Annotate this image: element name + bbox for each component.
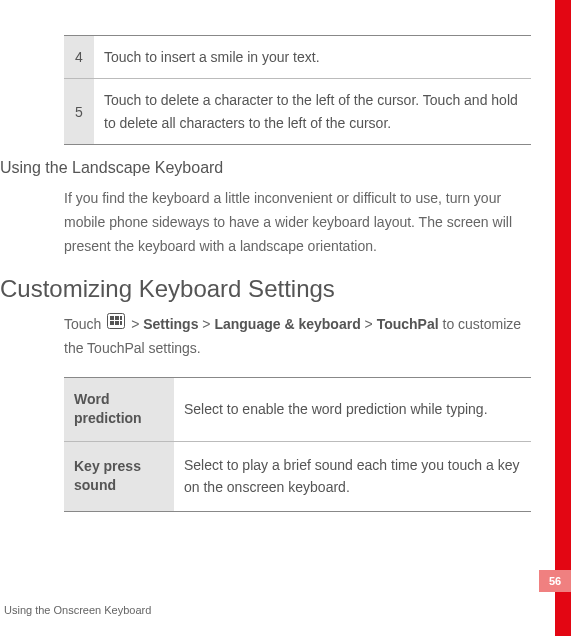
sep-3: > (361, 316, 377, 332)
path-settings: Settings (143, 316, 198, 332)
svg-rect-4 (110, 321, 114, 325)
table-row: 5 Touch to delete a character to the lef… (64, 79, 531, 145)
numbered-table: 4 Touch to insert a smile in your text. … (64, 35, 531, 145)
row-number: 4 (64, 36, 94, 79)
table-row: 4 Touch to insert a smile in your text. (64, 36, 531, 79)
para-touchpath: Touch > Settings > Language & keyboard >… (64, 313, 531, 361)
path-language: Language & keyboard (214, 316, 360, 332)
svg-rect-2 (115, 316, 119, 320)
footer-text: Using the Onscreen Keyboard (4, 604, 151, 616)
path-touchpal: TouchPal (377, 316, 439, 332)
table-row: Word prediction Select to enable the wor… (64, 377, 531, 441)
settings-table: Word prediction Select to enable the wor… (64, 377, 531, 512)
sep-2: > (198, 316, 214, 332)
svg-rect-6 (120, 321, 122, 325)
home-icon (107, 313, 125, 337)
page-sidebar (555, 0, 571, 636)
page-number: 56 (539, 570, 571, 592)
svg-rect-1 (110, 316, 114, 320)
svg-rect-3 (120, 316, 122, 320)
setting-label: Word prediction (64, 377, 174, 441)
touch-prefix: Touch (64, 316, 105, 332)
page-content: 4 Touch to insert a smile in your text. … (0, 0, 571, 512)
setting-desc: Select to play a brief sound each time y… (174, 441, 531, 511)
row-text: Touch to insert a smile in your text. (94, 36, 531, 79)
row-number: 5 (64, 79, 94, 145)
setting-desc: Select to enable the word prediction whi… (174, 377, 531, 441)
subheading-landscape: Using the Landscape Keyboard (0, 159, 531, 177)
sep-1: > (127, 316, 143, 332)
section-title: Customizing Keyboard Settings (0, 275, 531, 303)
para-landscape: If you find the keyboard a little inconv… (64, 187, 531, 258)
row-text: Touch to delete a character to the left … (94, 79, 531, 145)
svg-rect-5 (115, 321, 119, 325)
table-row: Key press sound Select to play a brief s… (64, 441, 531, 511)
setting-label: Key press sound (64, 441, 174, 511)
